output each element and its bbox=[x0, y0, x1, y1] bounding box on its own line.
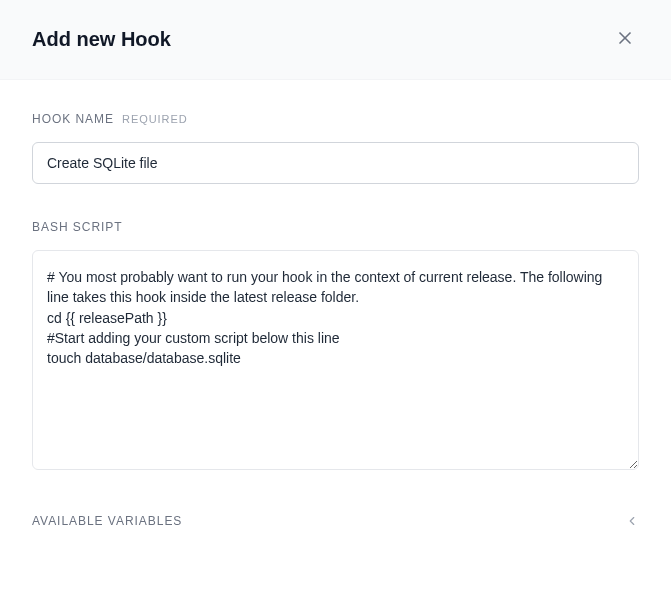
dialog-content: HOOK NAME REQUIRED BASH SCRIPT # You mos… bbox=[0, 80, 671, 564]
bash-script-input[interactable]: # You most probably want to run your hoo… bbox=[32, 250, 639, 470]
bash-script-label-row: BASH SCRIPT bbox=[32, 220, 639, 234]
dialog-title: Add new Hook bbox=[32, 28, 171, 51]
close-button[interactable] bbox=[611, 24, 639, 55]
dialog-header: Add new Hook bbox=[0, 0, 671, 80]
bash-script-label: BASH SCRIPT bbox=[32, 220, 123, 234]
hook-name-input[interactable] bbox=[32, 142, 639, 184]
hook-name-label-row: HOOK NAME REQUIRED bbox=[32, 112, 639, 126]
bash-script-section: BASH SCRIPT # You most probably want to … bbox=[32, 220, 639, 474]
hook-name-required: REQUIRED bbox=[122, 113, 188, 125]
hook-name-label: HOOK NAME bbox=[32, 112, 114, 126]
available-variables-label: AVAILABLE VARIABLES bbox=[32, 514, 182, 528]
available-variables-toggle[interactable]: AVAILABLE VARIABLES bbox=[32, 510, 639, 532]
chevron-left-icon bbox=[625, 514, 639, 528]
close-icon bbox=[615, 28, 635, 51]
hook-name-section: HOOK NAME REQUIRED bbox=[32, 112, 639, 184]
